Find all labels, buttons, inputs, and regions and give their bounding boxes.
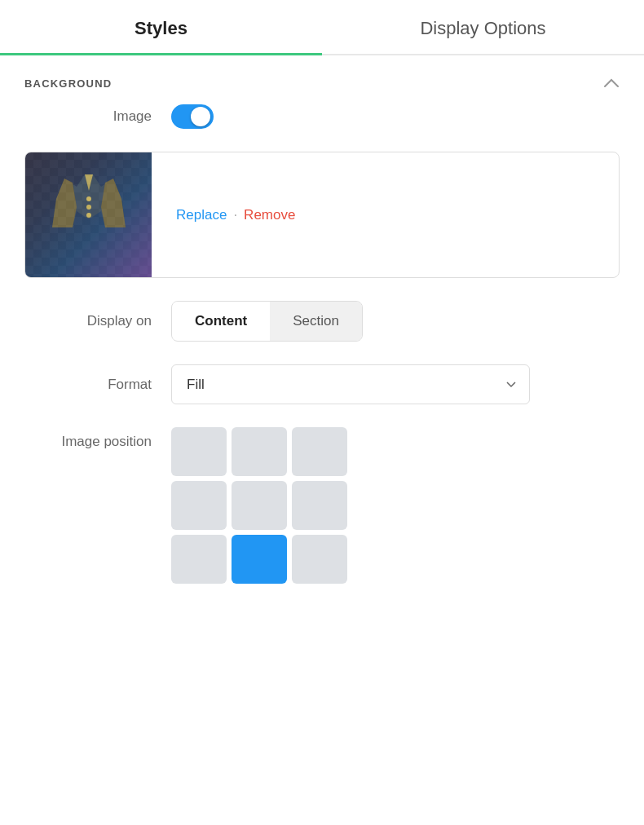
image-toggle[interactable] (171, 104, 214, 129)
position-cell-1-0[interactable] (171, 481, 227, 530)
tabs-header: Styles Display Options (0, 0, 644, 55)
position-cell-1-1[interactable] (232, 481, 287, 530)
background-section: BACKGROUND Image (0, 55, 644, 584)
image-preview (25, 152, 152, 278)
format-row: Format Fill Fit Tile Stretch (24, 364, 620, 404)
dot-separator: · (233, 207, 237, 223)
tab-styles[interactable]: Styles (0, 0, 322, 54)
section-header: BACKGROUND (0, 55, 644, 104)
display-on-section[interactable]: Section (270, 302, 362, 341)
position-cell-0-1[interactable] (232, 427, 287, 476)
position-cell-0-0[interactable] (171, 427, 227, 476)
image-upload-container: Replace · Remove (24, 152, 620, 278)
format-select[interactable]: Fill Fit Tile Stretch (171, 364, 530, 404)
image-position-label: Image position (24, 427, 171, 450)
toggle-thumb (191, 107, 210, 126)
image-toggle-label: Image (24, 108, 171, 125)
format-label: Format (24, 377, 171, 393)
section-title: BACKGROUND (24, 77, 112, 90)
image-overlay (25, 152, 152, 278)
svg-point-1 (86, 205, 91, 210)
image-position-row: Image position (24, 427, 620, 584)
image-actions: Replace · Remove (152, 191, 320, 240)
display-on-row: Display on Content Section (24, 301, 620, 342)
display-on-label: Display on (24, 313, 171, 329)
collapse-icon[interactable] (603, 75, 620, 91)
position-cell-2-1[interactable] (232, 535, 287, 584)
remove-button[interactable]: Remove (244, 207, 295, 223)
display-on-content[interactable]: Content (172, 302, 270, 341)
position-cell-0-2[interactable] (292, 427, 347, 476)
position-grid (171, 427, 347, 584)
svg-point-0 (86, 196, 91, 201)
jacket-icon (48, 162, 130, 268)
replace-button[interactable]: Replace (176, 207, 227, 223)
display-on-group: Content Section (171, 301, 363, 342)
svg-point-2 (86, 213, 91, 218)
position-cell-2-0[interactable] (171, 535, 227, 584)
position-cell-1-2[interactable] (292, 481, 347, 530)
image-toggle-row: Image (24, 104, 620, 129)
position-cell-2-2[interactable] (292, 535, 347, 584)
tab-display-options[interactable]: Display Options (322, 0, 644, 54)
